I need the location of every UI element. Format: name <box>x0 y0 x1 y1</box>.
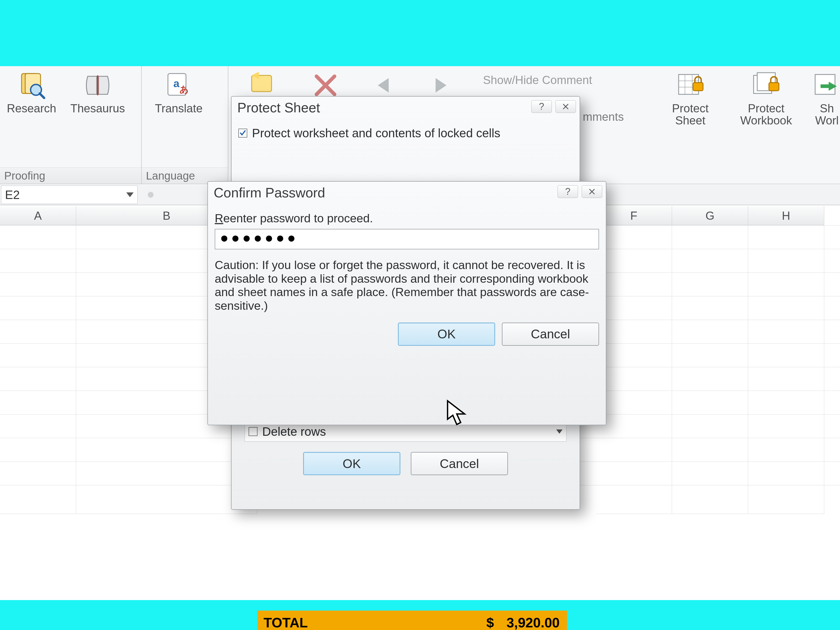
checkbox-icon <box>238 129 247 137</box>
confirm-cancel-button[interactable]: Cancel <box>502 323 599 346</box>
help-button[interactable]: ? <box>557 185 578 198</box>
col-header-A[interactable]: A <box>0 206 76 225</box>
total-amount: 3,920.00 <box>507 615 560 630</box>
thesaurus-icon <box>82 71 114 100</box>
help-button[interactable]: ? <box>531 100 552 113</box>
total-label: TOTAL <box>264 615 308 630</box>
ribbon-group-proofing: Research Thesaurus Proofing <box>0 66 142 184</box>
protect-workbook-button[interactable]: Protect Workbook <box>740 71 792 126</box>
delete-rows-label: Delete rows <box>262 425 326 439</box>
protect-workbook-icon <box>750 71 782 100</box>
svg-rect-8 <box>252 75 272 92</box>
delete-comment-button[interactable] <box>310 71 341 100</box>
svg-line-3 <box>39 93 44 98</box>
ribbon-group-language: a あ Translate Language <box>142 66 228 184</box>
chevron-down-icon <box>556 429 562 434</box>
delete-icon <box>310 71 341 100</box>
protect-sheet-icon <box>675 71 706 100</box>
svg-text:a: a <box>173 77 180 90</box>
col-header-H[interactable]: H <box>748 206 824 225</box>
help-icon: ? <box>539 101 544 112</box>
chevron-down-icon <box>126 193 134 197</box>
research-icon <box>16 71 47 100</box>
password-input[interactable]: ●●●●●●● <box>215 229 599 249</box>
research-button[interactable]: Research <box>7 71 56 114</box>
protect-contents-label: Protect worksheet and contents of locked… <box>252 126 501 140</box>
help-icon: ? <box>565 186 570 197</box>
svg-text:あ: あ <box>180 85 189 95</box>
show-hide-comment-button[interactable]: Show/Hide Comment <box>483 74 592 87</box>
confirm-password-title: Confirm Password <box>208 182 606 204</box>
total-row[interactable]: TOTAL $ 3,920.00 <box>257 611 567 630</box>
share-workbook-label: Sh Worl <box>815 103 839 126</box>
protect-sheet-label: Protect Sheet <box>672 103 709 126</box>
translate-icon: a あ <box>163 71 194 100</box>
close-icon <box>562 103 569 110</box>
reenter-prompt: eenter password to proceed. <box>223 212 373 225</box>
protect-sheet-title: Protect Sheet <box>232 96 579 118</box>
comments-label-partial: mments <box>583 110 624 123</box>
checkbox-icon <box>249 427 257 436</box>
translate-button[interactable]: a あ Translate <box>155 71 203 114</box>
password-value: ●●●●●●● <box>220 230 298 245</box>
confirm-ok-button[interactable]: OK <box>398 323 495 346</box>
translate-label: Translate <box>155 103 203 114</box>
col-header-G[interactable]: G <box>672 206 748 225</box>
protect-sheet-button[interactable]: Protect Sheet <box>672 71 709 126</box>
close-button[interactable] <box>556 100 576 113</box>
arrow-right-icon <box>425 71 457 100</box>
thesaurus-button[interactable]: Thesaurus <box>70 71 125 114</box>
share-icon <box>811 71 840 100</box>
svg-rect-17 <box>693 83 703 91</box>
proofing-group-label: Proofing <box>0 167 141 184</box>
confirm-password-dialog: Confirm Password ? Reenter password to p… <box>207 181 606 425</box>
protect-workbook-label: Protect Workbook <box>740 103 792 126</box>
note-icon <box>247 71 278 100</box>
svg-rect-20 <box>769 83 779 91</box>
protect-contents-checkbox[interactable]: Protect worksheet and contents of locked… <box>238 126 573 140</box>
caution-text: Caution: If you lose or forget the passw… <box>215 258 599 313</box>
close-icon <box>589 188 595 195</box>
protect-cancel-button[interactable]: Cancel <box>411 452 508 475</box>
previous-comment-button[interactable] <box>368 71 399 100</box>
arrow-left-icon <box>368 71 399 100</box>
fx-indicator <box>143 187 159 203</box>
name-box[interactable]: E2 <box>1 186 137 204</box>
next-comment-button[interactable] <box>425 71 457 100</box>
name-box-value: E2 <box>5 188 20 202</box>
close-button[interactable] <box>582 185 602 198</box>
research-label: Research <box>7 103 56 114</box>
protect-ok-button[interactable]: OK <box>303 452 400 475</box>
thesaurus-label: Thesaurus <box>70 103 125 114</box>
total-currency: $ <box>486 615 494 630</box>
share-workbook-button[interactable]: Sh Worl <box>811 71 840 126</box>
new-comment-button[interactable] <box>247 71 278 100</box>
ribbon-group-protect: Protect Sheet Protect Workbook Sh Worl <box>664 66 840 184</box>
col-header-F[interactable]: F <box>596 206 672 225</box>
